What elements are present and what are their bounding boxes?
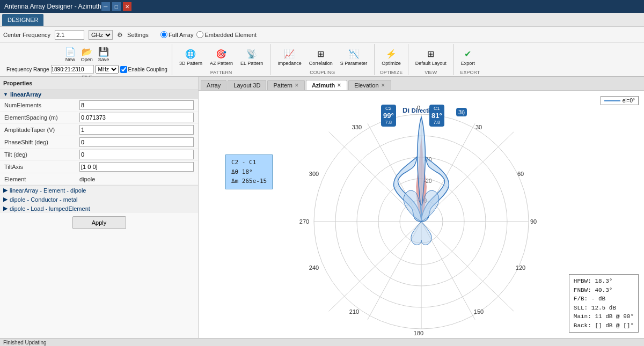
s-parameter-icon: 📉	[347, 47, 360, 60]
num-elements-input[interactable]	[79, 100, 194, 110]
maximize-button[interactable]: □	[112, 2, 121, 11]
c2-dbi: 7.8	[383, 120, 394, 126]
pattern-mode-group: Full Array Embedded Element	[160, 31, 257, 38]
view-section-label: VIEW	[413, 69, 449, 75]
freq-range-input[interactable]	[51, 65, 94, 73]
svg-text:300: 300	[309, 171, 319, 177]
svg-text:90: 90	[530, 218, 537, 225]
coupling-section-label: COUPLING	[275, 69, 370, 75]
tab-azimuth-close[interactable]: ✕	[337, 83, 341, 88]
tilt-input[interactable]	[79, 150, 194, 159]
center-freq-label: Center Frequency	[3, 32, 50, 38]
tab-pattern[interactable]: Pattern ✕	[267, 80, 304, 90]
settings-icon: ⚙	[117, 31, 123, 39]
enable-coupling-label[interactable]: Enable Coupling	[120, 66, 167, 73]
ribbon-section-export: ✔ Export EXPORT	[454, 44, 486, 75]
c2-value: 99°	[383, 112, 394, 120]
settings-label[interactable]: Settings	[127, 32, 149, 38]
left-panel: Properties ▼ linearArray NumElements Ele…	[0, 77, 199, 338]
annotation-box: C2 - C1 Δθ 18° Δm 265e-15	[225, 154, 273, 189]
c1-label: C1	[431, 106, 442, 112]
3d-pattern-icon: 🌐	[184, 47, 197, 60]
export-icon: ✔	[462, 47, 474, 60]
apply-button-row: Apply	[0, 213, 198, 232]
ribbon: Center Frequency GHzMHz ⚙ Settings Full …	[0, 27, 644, 77]
sub-section-2[interactable]: ▶ dipole - Conductor - metal	[0, 195, 198, 204]
amplitude-taper-input[interactable]	[79, 125, 194, 135]
tilt-axis-row: TiltAxis	[0, 161, 198, 173]
tab-azimuth[interactable]: Azimuth ✕	[306, 80, 347, 90]
expand-arrow-icon: ▼	[3, 92, 8, 97]
minimize-button[interactable]: ─	[101, 2, 110, 11]
enable-coupling-checkbox[interactable]	[120, 66, 127, 73]
legend-line-icon	[604, 100, 620, 101]
phase-shift-input[interactable]	[79, 137, 194, 147]
svg-text:330: 330	[352, 124, 362, 130]
tab-layout3d[interactable]: Layout 3D	[228, 80, 266, 90]
svg-text:240: 240	[309, 264, 319, 271]
tab-pattern-close[interactable]: ✕	[295, 83, 299, 88]
optimize-button[interactable]: ⚡ Optimize	[379, 45, 404, 69]
sub-section-3[interactable]: ▶ dipole - Load - lumpedElement	[0, 204, 198, 213]
pattern-section-label: PATTERN	[177, 69, 266, 75]
ribbon-section-file: 📄 New 📂 Open 💾 Save	[2, 44, 172, 75]
open-button[interactable]: 📂 Open	[79, 45, 95, 64]
embedded-element-option[interactable]: Embedded Element	[196, 31, 257, 38]
tab-elevation[interactable]: Elevation ✕	[348, 80, 391, 90]
file-buttons: 📄 New 📂 Open 💾 Save	[6, 45, 167, 73]
c2-badge: C2 99° 7.8	[381, 105, 396, 127]
tilt-axis-input[interactable]	[79, 162, 194, 172]
new-button[interactable]: 📄 New	[63, 45, 78, 64]
full-array-option[interactable]: Full Array	[160, 31, 193, 38]
element-spacing-input[interactable]	[79, 113, 194, 122]
svg-text:60: 60	[517, 171, 524, 177]
tilt-row: Tilt (deg)	[0, 149, 198, 161]
optimize-icon: ⚡	[385, 47, 398, 60]
chart-area: Array Layout 3D Pattern ✕ Azimuth ✕ Elev…	[199, 77, 644, 338]
optimize-section-label: OPTIMIZE	[379, 69, 404, 75]
properties-label: Properties	[3, 80, 32, 86]
c1-badge: C1 81° 7.8	[429, 105, 444, 127]
correlation-button[interactable]: ⊞ Correlation	[306, 45, 335, 69]
s-parameter-button[interactable]: 📉 S Parameter	[338, 45, 370, 69]
ribbon-top: Center Frequency GHzMHz ⚙ Settings Full …	[0, 27, 644, 43]
main-area: Properties ▼ linearArray NumElements Ele…	[0, 77, 644, 338]
export-buttons: ✔ Export	[458, 45, 482, 69]
file-btn-group: 📄 New 📂 Open 💾 Save	[63, 45, 112, 64]
az-pattern-button[interactable]: 🎯 AZ Pattern	[207, 45, 236, 69]
phase-shift-label: PhaseShift (deg)	[4, 139, 79, 145]
svg-text:180: 180	[414, 330, 423, 336]
ribbon-section-view: ⊞ Default Layout VIEW	[408, 44, 454, 75]
amplitude-taper-label: AmplitudeTaper (V)	[4, 127, 79, 133]
tab-array[interactable]: Array	[201, 80, 226, 90]
properties-panel-header: Properties	[0, 77, 198, 90]
export-button[interactable]: ✔ Export	[458, 45, 478, 69]
statusbar: Finished Updating	[0, 338, 644, 346]
element-spacing-label: ElementSpacing (m)	[4, 114, 79, 121]
sub2-arrow: ▶	[3, 196, 8, 203]
center-freq-input[interactable]	[55, 30, 84, 40]
element-value: dipole	[79, 176, 194, 182]
sub3-arrow: ▶	[3, 205, 8, 212]
default-layout-button[interactable]: ⊞ Default Layout	[413, 45, 449, 69]
stats-sll: SLL: 12.5 dB	[574, 304, 634, 313]
freq-range-row: Frequency Range MHzGHz Enable Coupling	[6, 65, 167, 73]
correlation-icon: ⊞	[314, 47, 327, 60]
apply-button[interactable]: Apply	[72, 216, 126, 229]
freq-range-unit-select[interactable]: MHzGHz	[96, 65, 119, 73]
close-button[interactable]: ✕	[123, 2, 131, 11]
linear-array-header[interactable]: ▼ linearArray	[0, 90, 198, 99]
svg-text:120: 120	[516, 264, 525, 271]
impedance-button[interactable]: 📈 Impedance	[275, 45, 304, 69]
sub-section-1[interactable]: ▶ linearArray - Element - dipole	[0, 186, 198, 195]
ribbon-section-pattern: 🌐 3D Pattern 🎯 AZ Pattern 📡 EL Pattern P…	[172, 44, 270, 75]
impedance-icon: 📈	[283, 47, 296, 60]
tilt-axis-label: TiltAxis	[4, 164, 79, 170]
center-freq-unit-select[interactable]: GHzMHz	[89, 30, 113, 40]
designer-tab[interactable]: DESIGNER	[2, 14, 43, 26]
save-button[interactable]: 💾 Save	[96, 45, 112, 64]
element-spacing-row: ElementSpacing (m)	[0, 112, 198, 124]
tab-elevation-close[interactable]: ✕	[381, 83, 385, 88]
el-pattern-button[interactable]: 📡 EL Pattern	[238, 45, 266, 69]
3d-pattern-button[interactable]: 🌐 3D Pattern	[177, 45, 205, 69]
